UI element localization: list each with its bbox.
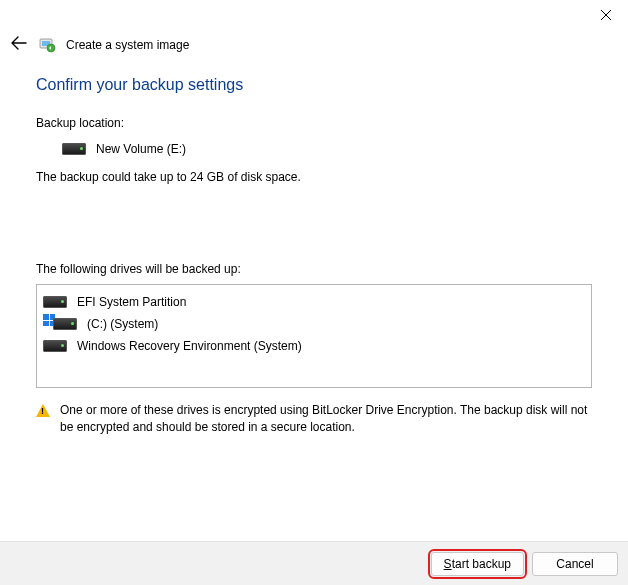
- window-title: Create a system image: [66, 38, 189, 52]
- drive-icon: [43, 340, 67, 352]
- close-icon: [600, 9, 612, 21]
- drive-name: Windows Recovery Environment (System): [77, 339, 302, 353]
- backup-location-row: New Volume (E:): [62, 142, 592, 156]
- space-estimate: The backup could take up to 24 GB of dis…: [36, 170, 592, 184]
- back-button[interactable]: [10, 36, 28, 54]
- drive-icon: [53, 318, 77, 330]
- drive-icon: [62, 143, 86, 155]
- back-arrow-icon: [11, 36, 27, 50]
- bitlocker-warning: One or more of these drives is encrypted…: [36, 402, 592, 437]
- drives-listbox[interactable]: EFI System Partition (C:) (System) Windo…: [36, 284, 592, 388]
- list-item: (C:) (System): [41, 313, 587, 335]
- warning-icon: [36, 404, 50, 417]
- header-row: Create a system image: [0, 36, 628, 60]
- close-button[interactable]: [584, 0, 628, 30]
- drive-icon: [43, 296, 67, 308]
- warning-text: One or more of these drives is encrypted…: [60, 402, 592, 437]
- cancel-button[interactable]: Cancel: [532, 552, 618, 576]
- start-backup-button[interactable]: Start backup: [431, 552, 524, 576]
- backup-location-value: New Volume (E:): [96, 142, 186, 156]
- drives-list-label: The following drives will be backed up:: [36, 262, 592, 276]
- list-item: EFI System Partition: [41, 291, 587, 313]
- titlebar: [0, 0, 628, 36]
- system-image-icon: [38, 36, 56, 54]
- drive-name: (C:) (System): [87, 317, 158, 331]
- page-heading: Confirm your backup settings: [36, 76, 592, 94]
- backup-location-label: Backup location:: [36, 116, 592, 130]
- content-area: Confirm your backup settings Backup loca…: [0, 60, 628, 437]
- drive-name: EFI System Partition: [77, 295, 186, 309]
- footer: Start backup Cancel: [0, 541, 628, 585]
- list-item: Windows Recovery Environment (System): [41, 335, 587, 357]
